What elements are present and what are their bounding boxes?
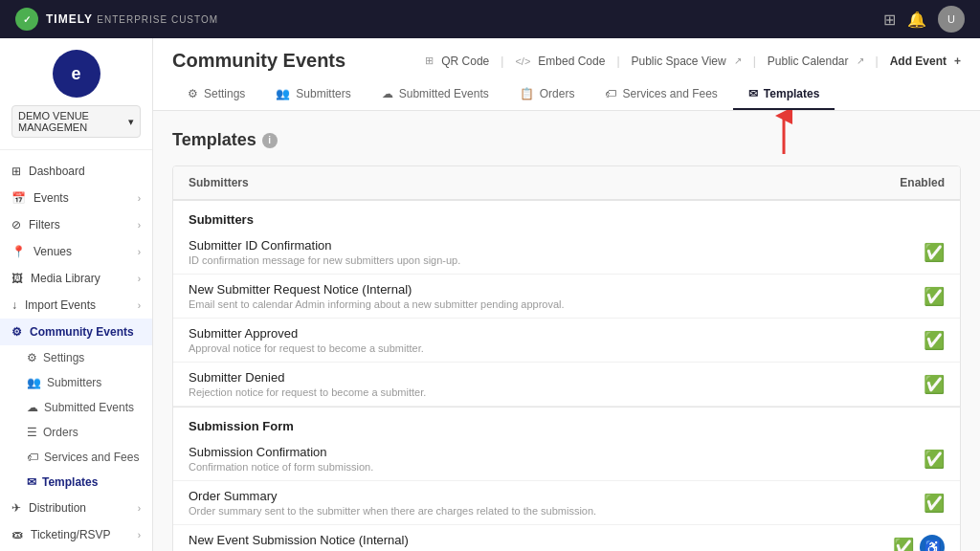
template-desc: Email sent to calendar Admin informing a… bbox=[189, 298, 924, 310]
tab-settings-icon: ⚙ bbox=[188, 87, 198, 100]
template-name: New Event Submission Notice (Internal) bbox=[189, 533, 893, 547]
sub-item-label: Submitted Events bbox=[44, 401, 134, 414]
tab-label: Submitters bbox=[296, 87, 350, 100]
brand-name: TIMELY ENTERPRISE CUSTOM bbox=[46, 12, 218, 26]
template-name: New Submitter Request Notice (Internal) bbox=[189, 282, 924, 297]
qr-code-link[interactable]: QR Code bbox=[441, 55, 489, 68]
filters-icon: ⊘ bbox=[11, 218, 21, 231]
enabled-icon: ✅ bbox=[924, 330, 945, 351]
template-name: Submitter ID Confirmation bbox=[189, 238, 924, 253]
tab-orders-icon: 📋 bbox=[520, 87, 534, 100]
submitters-icon: 👥 bbox=[27, 376, 41, 389]
ticketing-icon: 🎟 bbox=[11, 528, 23, 541]
tab-templates[interactable]: ✉ Templates bbox=[733, 79, 835, 110]
enabled-icon: ✅ bbox=[893, 537, 914, 552]
sidebar-item-ticketing[interactable]: 🎟 Ticketing/RSVP › bbox=[0, 521, 152, 548]
enabled-icon: ✅ bbox=[924, 374, 945, 395]
grid-icon[interactable]: ⊞ bbox=[883, 11, 896, 29]
divider-1: | bbox=[501, 55, 503, 68]
import-icon: ↓ bbox=[11, 298, 17, 312]
template-name: Submitter Denied bbox=[189, 370, 924, 385]
sidebar-item-dashboard[interactable]: ⊞ Dashboard bbox=[0, 158, 152, 185]
tab-submitted-icon: ☁ bbox=[382, 87, 393, 100]
qr-code-icon: ⊞ bbox=[425, 55, 434, 67]
import-chevron: › bbox=[138, 300, 141, 311]
add-icon: + bbox=[954, 55, 961, 68]
public-space-view-link[interactable]: Public Space View bbox=[632, 55, 726, 68]
sidebar-item-label: Dashboard bbox=[29, 165, 85, 178]
embed-code-link[interactable]: Embed Code bbox=[538, 55, 605, 68]
tab-services-icon: 🏷 bbox=[605, 87, 616, 100]
public-calendar-link[interactable]: Public Calendar bbox=[768, 55, 849, 68]
template-name: Submission Confirmation bbox=[189, 445, 924, 459]
sidebar-sub-item-submitted-events[interactable]: ☁ Submitted Events bbox=[0, 395, 152, 420]
tabs-container: ⚙ Settings 👥 Submitters ☁ Submitted Even… bbox=[172, 79, 961, 110]
sidebar-sub-item-services-and-fees[interactable]: 🏷 Services and Fees bbox=[0, 445, 152, 470]
sidebar-item-distribution[interactable]: ✈ Distribution › bbox=[0, 495, 152, 521]
page-header-top: Community Events ⊞ QR Code | </> Embed C… bbox=[172, 50, 961, 72]
media-chevron: › bbox=[138, 274, 141, 284]
divider-2: | bbox=[616, 55, 619, 68]
content-title: Templates i bbox=[172, 130, 961, 150]
sidebar-item-venues[interactable]: 📍 Venues › bbox=[0, 238, 152, 265]
sidebar-item-label: Events bbox=[33, 191, 69, 205]
tab-services-and-fees[interactable]: 🏷 Services and Fees bbox=[590, 79, 732, 110]
sidebar-sub-item-templates[interactable]: ✉ Templates bbox=[0, 470, 152, 495]
sidebar-sub-item-submitters[interactable]: 👥 Submitters bbox=[0, 370, 152, 395]
tab-settings[interactable]: ⚙ Settings bbox=[172, 79, 260, 110]
page-header: Community Events ⊞ QR Code | </> Embed C… bbox=[153, 38, 980, 111]
timely-logo: ✓ bbox=[15, 8, 38, 31]
add-event-button[interactable]: Add Event bbox=[890, 55, 947, 68]
user-avatar[interactable]: U bbox=[938, 6, 965, 33]
tab-label: Services and Fees bbox=[622, 87, 717, 100]
filters-chevron: › bbox=[138, 220, 141, 231]
section-submission-form-header: Submission Form bbox=[173, 407, 960, 437]
venue-selector[interactable]: DEMO VENUE MANAGEMEN ▾ bbox=[11, 105, 141, 138]
sidebar-item-community-events[interactable]: ⚙ Community Events bbox=[0, 319, 152, 345]
tab-submitters[interactable]: 👥 Submitters bbox=[260, 79, 366, 110]
tab-templates-icon: ✉ bbox=[748, 87, 758, 100]
template-row: Submitter Approved Approval notice for r… bbox=[173, 319, 960, 363]
info-icon[interactable]: i bbox=[262, 133, 278, 148]
settings-icon: ⚙ bbox=[27, 351, 37, 364]
dashboard-icon: ⊞ bbox=[11, 165, 21, 178]
tab-submitted-events[interactable]: ☁ Submitted Events bbox=[367, 79, 504, 110]
sub-item-label: Templates bbox=[42, 475, 98, 489]
community-events-icon: ⚙ bbox=[11, 325, 22, 339]
sidebar-item-import-events[interactable]: ↓ Import Events › bbox=[0, 292, 152, 319]
bell-icon[interactable]: 🔔 bbox=[907, 11, 926, 29]
app-body: e DEMO VENUE MANAGEMEN ▾ ⊞ Dashboard 📅 E… bbox=[0, 38, 980, 551]
events-chevron: › bbox=[138, 193, 141, 204]
sidebar-item-events[interactable]: 📅 Events › bbox=[0, 185, 152, 211]
distribution-chevron: › bbox=[138, 503, 141, 514]
sidebar-item-media-library[interactable]: 🖼 Media Library › bbox=[0, 265, 152, 292]
media-icon: 🖼 bbox=[11, 272, 23, 285]
sidebar-item-label: Community Events bbox=[30, 325, 134, 339]
template-desc: Order summary sent to the submitter when… bbox=[189, 505, 924, 517]
tab-label: Settings bbox=[204, 87, 245, 100]
embed-code-icon: </> bbox=[515, 55, 530, 67]
template-desc: Rejection notice for request to become a… bbox=[189, 386, 924, 398]
sidebar-item-label: Ticketing/RSVP bbox=[31, 528, 111, 541]
accessibility-icon[interactable]: ♿ bbox=[920, 535, 945, 552]
tab-orders[interactable]: 📋 Orders bbox=[504, 79, 590, 110]
template-row: Submission Confirmation Confirmation not… bbox=[173, 437, 960, 481]
divider-3: | bbox=[753, 55, 756, 68]
content-area: Templates i Submitters Enabled Submitter… bbox=[153, 111, 980, 551]
tab-label: Orders bbox=[540, 87, 575, 100]
sidebar-sub-item-settings[interactable]: ⚙ Settings bbox=[0, 345, 152, 370]
sidebar-item-label: Distribution bbox=[29, 501, 86, 515]
enabled-icon: ✅ bbox=[924, 286, 945, 307]
sidebar-sub-item-orders[interactable]: ☰ Orders bbox=[0, 420, 152, 445]
navbar-icons: ⊞ 🔔 U bbox=[883, 6, 965, 33]
venue-name: DEMO VENUE MANAGEMEN bbox=[18, 110, 128, 133]
table-header-left: Submitters bbox=[189, 176, 249, 189]
sidebar-item-label: Media Library bbox=[31, 272, 100, 285]
template-row: Submitter ID Confirmation ID confirmatio… bbox=[173, 231, 960, 275]
template-name: Order Summary bbox=[189, 489, 924, 503]
table-header-right: Enabled bbox=[900, 176, 945, 189]
sub-item-label: Orders bbox=[43, 426, 78, 439]
sidebar-item-filters[interactable]: ⊘ Filters › bbox=[0, 211, 152, 238]
sub-item-label: Services and Fees bbox=[44, 451, 139, 464]
sub-item-label: Submitters bbox=[47, 376, 101, 389]
